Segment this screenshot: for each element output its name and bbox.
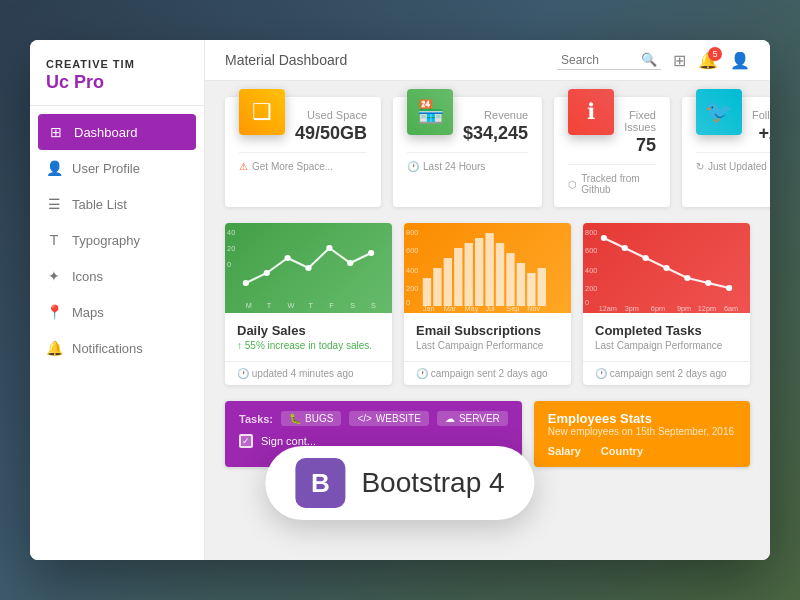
svg-text:T: T bbox=[309, 302, 314, 310]
email-chart-subtitle: Last Campaign Performance bbox=[416, 340, 559, 351]
user-menu[interactable]: 👤 bbox=[730, 51, 750, 70]
svg-point-12 bbox=[284, 255, 290, 261]
svg-text:12am: 12am bbox=[599, 305, 617, 313]
svg-point-14 bbox=[326, 245, 332, 251]
svg-point-13 bbox=[305, 265, 311, 271]
search-box[interactable]: 🔍 bbox=[557, 50, 661, 70]
svg-point-50 bbox=[705, 280, 711, 286]
employees-subtitle: New employees on 15th September, 2016 bbox=[548, 426, 736, 437]
notifications-icon: 🔔 bbox=[46, 340, 62, 356]
clock-icon-email: 🕐 bbox=[416, 368, 428, 379]
stat-value-issues: 75 bbox=[624, 135, 656, 156]
notifications-bell[interactable]: 🔔 5 bbox=[698, 51, 718, 70]
stat-card-space: ❑ Used Space 49/50GB ⚠ Get More Space... bbox=[225, 97, 381, 207]
topbar: Material Dashboard 🔍 ⊞ 🔔 5 👤 bbox=[205, 40, 770, 81]
checkbox-1[interactable]: ✓ bbox=[239, 434, 253, 448]
svg-rect-33 bbox=[538, 268, 546, 306]
svg-point-48 bbox=[663, 265, 669, 271]
sidebar-item-maps[interactable]: 📍 Maps bbox=[30, 294, 204, 330]
svg-point-49 bbox=[684, 275, 690, 281]
svg-text:May: May bbox=[465, 305, 479, 313]
svg-text:6am: 6am bbox=[724, 305, 738, 313]
notification-badge: 5 bbox=[708, 47, 722, 61]
svg-rect-23 bbox=[433, 268, 441, 306]
svg-text:Jan: Jan bbox=[423, 305, 435, 313]
search-input[interactable] bbox=[561, 53, 641, 67]
bug-icon: 🐛 bbox=[289, 413, 301, 424]
stat-card-header-revenue: 🏪 Revenue $34,245 bbox=[407, 109, 528, 144]
svg-text:600: 600 bbox=[406, 247, 418, 255]
tasks-chart-subtitle: Last Campaign Performance bbox=[595, 340, 738, 351]
svg-point-10 bbox=[243, 280, 249, 286]
svg-point-11 bbox=[264, 270, 270, 276]
sidebar-label-dashboard: Dashboard bbox=[74, 125, 138, 140]
employees-columns: Salary Country bbox=[548, 445, 736, 457]
svg-text:6pm: 6pm bbox=[651, 305, 665, 313]
tasks-chart-info: Completed Tasks Last Campaign Performanc… bbox=[583, 313, 750, 361]
svg-text:0: 0 bbox=[406, 299, 410, 307]
chart-card-email: 800 600 400 200 0 bbox=[404, 223, 571, 385]
svg-text:600: 600 bbox=[585, 247, 597, 255]
svg-point-45 bbox=[601, 235, 607, 241]
email-chart-info: Email Subscriptions Last Campaign Perfor… bbox=[404, 313, 571, 361]
email-chart-svg: 800 600 400 200 0 bbox=[404, 223, 571, 313]
stat-value-space: 49/50GB bbox=[295, 123, 367, 144]
sidebar-label-icons: Icons bbox=[72, 269, 103, 284]
svg-text:Mar: Mar bbox=[444, 305, 457, 313]
employees-card: Employees Stats New employees on 15th Se… bbox=[534, 401, 750, 467]
bootstrap-overlay: B Bootstrap 4 bbox=[265, 446, 534, 520]
svg-text:0: 0 bbox=[585, 299, 589, 307]
bootstrap-logo: B bbox=[295, 458, 345, 508]
chip-website-label: WEBSITE bbox=[376, 413, 421, 424]
stat-icon-space: ❑ bbox=[239, 89, 285, 135]
stat-label-revenue: Revenue bbox=[463, 109, 528, 121]
sales-chart-title: Daily Sales bbox=[237, 323, 380, 338]
svg-text:40: 40 bbox=[227, 229, 235, 237]
stat-footer-text-space: Get More Space... bbox=[252, 161, 333, 172]
stat-card-followers: 🐦 Followers +245 ↻ Just Updated bbox=[682, 97, 770, 207]
sidebar-item-notifications[interactable]: 🔔 Notifications bbox=[30, 330, 204, 366]
svg-text:200: 200 bbox=[585, 285, 597, 293]
task-chip-server[interactable]: ☁ SERVER bbox=[437, 411, 508, 426]
search-button[interactable]: 🔍 bbox=[641, 52, 657, 67]
sales-footer-text: updated 4 minutes ago bbox=[252, 368, 354, 379]
svg-text:Jul: Jul bbox=[485, 305, 495, 313]
svg-text:T: T bbox=[267, 302, 272, 310]
sidebar-brand: CREATIVE TIM Uc Pro bbox=[30, 40, 204, 106]
topbar-actions: 🔍 ⊞ 🔔 5 👤 bbox=[557, 50, 750, 70]
svg-rect-32 bbox=[527, 273, 535, 306]
sidebar-item-table[interactable]: ☰ Table List bbox=[30, 186, 204, 222]
grid-view-button[interactable]: ⊞ bbox=[673, 51, 686, 70]
sales-chart-svg: 40 20 0 M T W T F S S bbox=[225, 223, 392, 313]
svg-text:200: 200 bbox=[406, 285, 418, 293]
stat-footer-text-followers: Just Updated bbox=[708, 161, 767, 172]
svg-rect-28 bbox=[485, 233, 493, 306]
svg-rect-31 bbox=[517, 263, 525, 306]
sidebar-label-maps: Maps bbox=[72, 305, 104, 320]
sidebar-label-table: Table List bbox=[72, 197, 127, 212]
sidebar-item-typography[interactable]: T Typography bbox=[30, 222, 204, 258]
cloud-icon: ☁ bbox=[445, 413, 455, 424]
stat-value-revenue: $34,245 bbox=[463, 123, 528, 144]
svg-text:800: 800 bbox=[406, 229, 418, 237]
bootstrap-b-letter: B bbox=[311, 468, 330, 499]
stat-label-space: Used Space bbox=[295, 109, 367, 121]
task-chip-website[interactable]: </> WEBSITE bbox=[349, 411, 428, 426]
svg-text:800: 800 bbox=[585, 229, 597, 237]
svg-point-51 bbox=[726, 285, 732, 291]
svg-text:F: F bbox=[329, 302, 334, 310]
brand-subtitle: Uc Pro bbox=[46, 72, 188, 93]
clock-icon-tasks: 🕐 bbox=[595, 368, 607, 379]
employees-col-country: Country bbox=[601, 445, 643, 457]
svg-text:400: 400 bbox=[406, 267, 418, 275]
sidebar-item-dashboard[interactable]: ⊞ Dashboard bbox=[38, 114, 196, 150]
sidebar-item-icons[interactable]: ✦ Icons bbox=[30, 258, 204, 294]
maps-icon: 📍 bbox=[46, 304, 62, 320]
svg-text:12pm: 12pm bbox=[698, 305, 716, 313]
task-chip-bugs[interactable]: 🐛 BUGS bbox=[281, 411, 341, 426]
chart-card-sales: 40 20 0 M T W T F S S bbox=[225, 223, 392, 385]
sales-chart-footer: 🕐 updated 4 minutes ago bbox=[225, 361, 392, 385]
tasks-chart-title: Completed Tasks bbox=[595, 323, 738, 338]
stat-label-issues: Fixed Issues bbox=[624, 109, 656, 133]
sidebar-item-profile[interactable]: 👤 User Profile bbox=[30, 150, 204, 186]
